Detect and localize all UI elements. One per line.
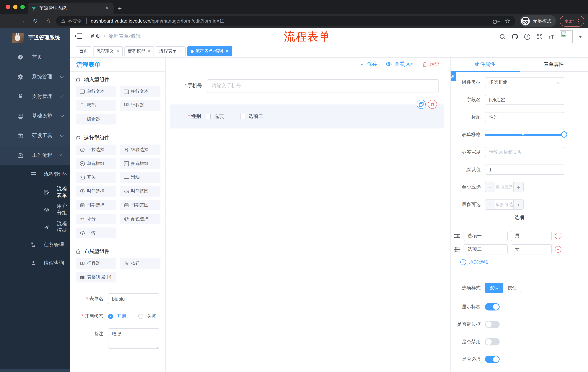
palette-item-date-picker[interactable]: 日期选择 [76, 200, 116, 210]
reload-icon[interactable]: ↻ [31, 17, 39, 25]
palette-item-row-container[interactable]: 行容器 [76, 258, 116, 269]
drag-handle-icon[interactable] [454, 247, 460, 252]
tab-component-props[interactable]: 组件属性 [451, 57, 519, 71]
tab-form-props[interactable]: 表单属性 [519, 57, 588, 71]
drag-handle-icon[interactable] [454, 233, 460, 239]
window-close-button[interactable] [6, 5, 10, 9]
address-bar[interactable]: ⚠ 不安全 dashboard.yudao.iocoder.cn/bpm/man… [56, 16, 515, 26]
disabled-toggle[interactable] [485, 338, 500, 345]
palette-item-time-range[interactable]: 时间范围 [120, 186, 160, 197]
palette-item-cascader[interactable]: 级联选择 [120, 145, 160, 155]
show-label-toggle[interactable] [485, 303, 500, 310]
new-tab-button[interactable]: + [118, 4, 122, 13]
sidebar-item-devtools[interactable]: 研发工具 [0, 126, 70, 146]
phone-input[interactable]: 请输入手机号 [207, 79, 439, 93]
avatar[interactable] [560, 30, 573, 43]
sidebar-item-user-group[interactable]: 用户分组 [0, 201, 70, 218]
remove-option-button[interactable]: − [555, 246, 561, 253]
palette-item-password[interactable]: 密码 [76, 100, 116, 111]
palette-item-multi-text[interactable]: 多行文本 [120, 86, 160, 97]
view-tag-process-model[interactable]: 流程模型 ✕ [125, 46, 154, 56]
style-default-button[interactable]: 默认 [485, 283, 503, 293]
sidebar-item-home[interactable]: 首页 [0, 47, 70, 67]
add-option-button[interactable]: + 添加选项 [460, 259, 588, 265]
sidebar-item-process-form[interactable]: 流程表单 [0, 183, 70, 201]
close-icon[interactable]: ✕ [179, 49, 182, 53]
browser-menu-icon[interactable]: ⋮ [576, 18, 581, 24]
update-browser-button[interactable]: 更新 ⋮ [560, 15, 584, 26]
view-json-button[interactable]: 查看json [386, 61, 413, 67]
checkbox-icon[interactable] [240, 114, 245, 119]
view-tag-process-def[interactable]: 流程定义 ✕ [93, 46, 123, 56]
title-input[interactable]: 性别 [485, 112, 564, 122]
label-width-input[interactable]: 请输入标签宽度 [485, 147, 564, 157]
checkbox-icon[interactable] [206, 114, 211, 119]
window-zoom-button[interactable] [20, 5, 25, 9]
sidebar-item-process-mgmt[interactable]: 流程管理 [0, 165, 70, 183]
option-label-input[interactable]: 选项一 [463, 231, 508, 241]
sidebar-item-workflow[interactable]: 工作流程 [0, 146, 70, 165]
view-tag-home[interactable]: 首页 [76, 46, 91, 56]
window-minimize-button[interactable] [13, 5, 18, 9]
sidebar-item-process-model[interactable]: 流程模型 [0, 218, 70, 236]
status-radio-off[interactable]: 关闭 [138, 313, 157, 319]
palette-item-date-range[interactable]: 日期范围 [120, 200, 160, 210]
palette-item-select[interactable]: 下拉选择 [76, 145, 116, 155]
palette-item-color-picker[interactable]: 颜色选择 [120, 214, 160, 224]
canvas-field-gender-selected[interactable]: *性别 选项一 选项二 [170, 105, 444, 128]
font-size-icon[interactable]: TT [548, 33, 554, 40]
form-name-input[interactable]: biubiu [108, 293, 159, 304]
palette-item-upload[interactable]: 上传 [76, 227, 116, 238]
github-icon[interactable] [511, 33, 518, 40]
forward-icon[interactable]: → [18, 17, 26, 25]
bookmark-star-icon[interactable]: ☆ [505, 18, 510, 24]
sidebar-item-task-mgmt[interactable]: 任务管理 [0, 236, 70, 254]
palette-item-button[interactable]: 按钮 [120, 258, 160, 269]
remove-option-button[interactable]: − [555, 233, 561, 239]
sidebar-item-system[interactable]: 系统管理 [0, 67, 70, 87]
save-button[interactable]: ✓ 保存 [360, 61, 377, 67]
sidebar-item-infra[interactable]: 基础设施 [0, 106, 70, 126]
home-icon[interactable]: ⌂ [44, 17, 52, 25]
clear-button[interactable]: 清空 [422, 61, 440, 67]
back-icon[interactable]: ← [5, 17, 13, 25]
sidebar-item-payment[interactable]: ¥ 支付管理 [0, 87, 70, 106]
delete-component-button[interactable] [428, 100, 437, 109]
option-value-input[interactable]: 女 [511, 244, 552, 255]
close-icon[interactable]: ✕ [116, 49, 119, 53]
status-radio-on[interactable]: 开启 [108, 313, 126, 319]
link-tag[interactable] [451, 72, 456, 81]
palette-item-checkbox-group[interactable]: ✓多选框组 [120, 158, 160, 169]
avatar-caret-icon[interactable] [578, 35, 582, 38]
palette-item-single-text[interactable]: 单行文本 [76, 86, 116, 97]
view-tag-process-form[interactable]: 流程表单 ✕ [156, 46, 185, 56]
field-name-input[interactable]: field122 [485, 95, 564, 105]
close-icon[interactable]: ✕ [225, 49, 229, 53]
option-value-input[interactable]: 男 [511, 231, 552, 241]
search-icon[interactable] [499, 33, 505, 40]
style-button-button[interactable]: 按钮 [503, 283, 521, 293]
stepper-placeholder[interactable]: 最多可选 [495, 200, 514, 209]
required-toggle[interactable] [485, 356, 500, 363]
gender-option-2[interactable]: 选项二 [240, 113, 263, 120]
stepper-plus-button[interactable]: + [514, 182, 523, 192]
grid-slider[interactable] [485, 134, 564, 136]
tab-close-icon[interactable]: ✕ [105, 5, 110, 11]
gender-option-1[interactable]: 选项一 [206, 113, 229, 120]
palette-item-rate[interactable]: ☆评分 [76, 214, 116, 224]
palette-item-table[interactable]: 表格[开发中] [76, 272, 116, 282]
palette-item-editor[interactable]: 编辑器 [76, 114, 116, 125]
option-label-input[interactable]: 选项二 [463, 244, 508, 255]
canvas-field-phone[interactable]: *手机号 请输入手机号 [172, 79, 451, 93]
border-toggle[interactable] [485, 321, 500, 328]
stepper-minus-button[interactable]: − [485, 200, 495, 209]
form-remark-textarea[interactable]: 嘿嘿 [108, 328, 159, 349]
view-tag-process-form-edit[interactable]: 流程表单-编辑 ✕ [187, 46, 232, 56]
palette-item-time-picker[interactable]: 时间选择 [76, 186, 116, 197]
palette-item-slider[interactable]: 滑块 [120, 172, 160, 183]
palette-item-counter[interactable]: 123计数器 [120, 100, 160, 111]
stepper-placeholder[interactable]: 至少应选 [495, 182, 514, 192]
close-icon[interactable]: ✕ [147, 49, 151, 53]
component-type-select[interactable]: 多选框组 [485, 77, 564, 87]
default-value-input[interactable]: 1 [485, 165, 564, 175]
